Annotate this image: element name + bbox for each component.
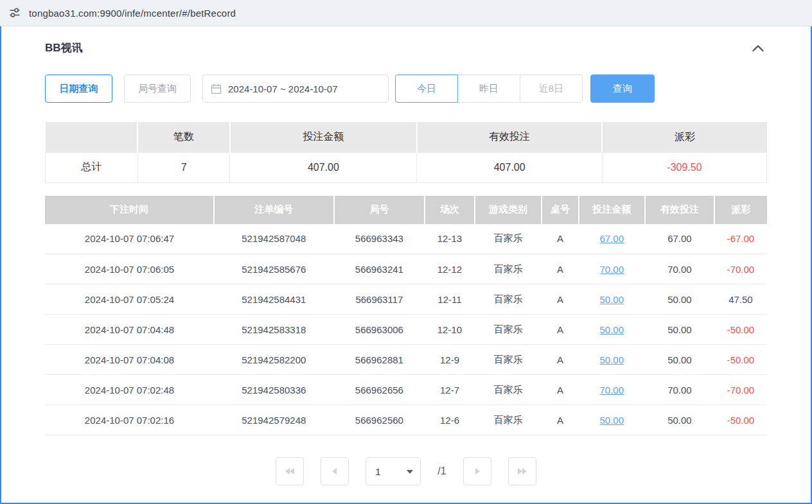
prev-page-button[interactable] — [321, 457, 349, 485]
bet-amount-link[interactable]: 50.00 — [600, 324, 624, 335]
bet-amount-link[interactable]: 50.00 — [600, 415, 624, 426]
cell-round-no: 566962656 — [334, 375, 425, 405]
cell-game-type: 百家乐 — [475, 345, 542, 375]
cell-valid-bet: 50.00 — [645, 284, 714, 315]
bet-amount-link[interactable]: 70.00 — [600, 385, 624, 395]
cell-bet-amount: 50.00 — [579, 405, 645, 435]
range-today-button[interactable]: 今日 — [395, 74, 458, 103]
cell-session: 12-11 — [425, 284, 475, 315]
col-header-round-no: 局号 — [334, 196, 425, 224]
cell-order-no: 521942584431 — [214, 284, 334, 315]
summary-total-row: 总计 7 407.00 407.00 -309.50 — [46, 152, 767, 182]
range-yesterday-button[interactable]: 昨日 — [457, 74, 520, 103]
table-row: 2024-10-07 07:02:16521942579248566962560… — [45, 405, 767, 435]
cell-table-no: A — [542, 315, 578, 345]
round-query-tab-button[interactable]: 局号查询 — [124, 74, 191, 103]
summary-count-value: 7 — [137, 152, 230, 182]
quick-range-group: 今日 昨日 近8日 — [395, 74, 583, 103]
date-range-value: 2024-10-07 ~ 2024-10-07 — [228, 83, 338, 94]
cell-round-no: 566963343 — [334, 224, 425, 254]
summary-col-payout: 派彩 — [602, 122, 766, 152]
cell-session: 12-6 — [425, 405, 475, 435]
summary-bet-amount-value: 407.00 — [230, 152, 417, 182]
chevron-up-icon — [752, 44, 764, 54]
cell-round-no: 566962560 — [334, 405, 425, 435]
cell-payout: -70.00 — [714, 375, 767, 405]
cell-order-no: 521942587048 — [214, 224, 334, 254]
summary-col-valid-bet: 有效投注 — [417, 122, 603, 152]
col-header-payout: 派彩 — [714, 196, 767, 224]
cell-order-no: 521942582200 — [214, 345, 334, 375]
filter-toolbar: 日期查询 局号查询 2024-10-07 ~ 2024-10-07 今日 昨日 … — [45, 74, 767, 103]
cell-session: 12-7 — [425, 375, 475, 405]
page-select[interactable]: 1 — [366, 457, 421, 485]
cell-game-type: 百家乐 — [475, 375, 542, 405]
collapse-panel-button[interactable] — [749, 42, 767, 55]
bet-record-table: 下注时间 注单编号 局号 场次 游戏类别 桌号 投注金额 有效投注 派彩 202… — [45, 196, 767, 436]
pagination: 1 /1 — [45, 457, 767, 502]
last-page-icon — [516, 466, 529, 476]
bet-amount-link[interactable]: 70.00 — [600, 264, 624, 275]
page-title: BB视讯 — [45, 40, 83, 55]
date-range-input[interactable]: 2024-10-07 ~ 2024-10-07 — [202, 74, 389, 103]
next-page-button[interactable] — [463, 457, 491, 485]
col-header-table-no: 桌号 — [542, 196, 578, 224]
cell-payout: 47.50 — [714, 284, 767, 315]
cell-order-no: 521942583318 — [214, 315, 334, 345]
calendar-icon — [211, 83, 222, 94]
summary-header-row: 笔数 投注金额 有效投注 派彩 — [46, 122, 767, 152]
cell-order-no: 521942585676 — [214, 254, 334, 284]
table-row: 2024-10-07 07:05:24521942584431566963117… — [45, 284, 767, 315]
total-pages-label: /1 — [437, 465, 446, 477]
cell-bet-amount: 70.00 — [579, 254, 645, 284]
cell-bet-time: 2024-10-07 07:04:48 — [45, 315, 214, 345]
summary-valid-bet-value: 407.00 — [417, 152, 603, 182]
cell-table-no: A — [542, 254, 578, 284]
search-button[interactable]: 查询 — [590, 74, 655, 103]
first-page-button[interactable] — [276, 457, 304, 485]
cell-bet-amount: 50.00 — [579, 284, 645, 315]
cell-table-no: A — [542, 345, 578, 375]
cell-game-type: 百家乐 — [475, 315, 542, 345]
bet-amount-link[interactable]: 50.00 — [600, 294, 624, 305]
cell-bet-time: 2024-10-07 07:04:08 — [45, 345, 214, 375]
cell-payout: -70.00 — [714, 254, 767, 284]
cell-game-type: 百家乐 — [475, 224, 542, 254]
last-page-button[interactable] — [508, 457, 536, 485]
table-row: 2024-10-07 07:04:08521942582200566962881… — [45, 345, 767, 375]
cell-payout: -50.00 — [714, 405, 767, 435]
table-row: 2024-10-07 07:02:48521942580336566962656… — [45, 375, 767, 405]
cell-round-no: 566963006 — [334, 315, 425, 345]
cell-bet-time: 2024-10-07 07:06:05 — [45, 254, 214, 284]
cell-round-no: 566963241 — [334, 254, 425, 284]
bet-amount-link[interactable]: 67.00 — [600, 233, 624, 244]
summary-col-bet-amount: 投注金额 — [230, 122, 417, 152]
cell-table-no: A — [542, 375, 578, 405]
cell-bet-time: 2024-10-07 07:02:48 — [45, 375, 214, 405]
address-bar: tongbao31.com:9900/infe/mcenter/#/betRec… — [0, 0, 812, 26]
col-header-session: 场次 — [425, 196, 475, 224]
date-query-tab-button[interactable]: 日期查询 — [45, 74, 112, 103]
bet-record-page: BB视讯 日期查询 局号查询 2024-10-07 ~ 2024-10-07 — [0, 26, 812, 504]
bet-amount-link[interactable]: 50.00 — [600, 354, 624, 365]
site-settings-icon[interactable] — [9, 7, 21, 19]
cell-bet-time: 2024-10-07 07:02:16 — [45, 405, 214, 435]
range-last8days-button[interactable]: 近8日 — [520, 74, 583, 103]
cell-session: 12-12 — [425, 254, 475, 284]
col-header-valid-bet: 有效投注 — [645, 196, 714, 224]
bet-table-body: 2024-10-07 07:06:47521942587048566963343… — [45, 224, 767, 435]
cell-game-type: 百家乐 — [475, 254, 542, 284]
cell-bet-time: 2024-10-07 07:06:47 — [45, 224, 214, 254]
col-header-bet-time: 下注时间 — [45, 196, 214, 224]
cell-order-no: 521942580336 — [214, 375, 334, 405]
table-row: 2024-10-07 07:04:48521942583318566963006… — [45, 315, 767, 345]
cell-valid-bet: 70.00 — [645, 254, 714, 284]
summary-col-count: 笔数 — [137, 122, 230, 152]
summary-payout-value: -309.50 — [602, 152, 766, 182]
address-bar-url[interactable]: tongbao31.com:9900/infe/mcenter/#/betRec… — [29, 8, 236, 19]
cell-round-no: 566963117 — [334, 284, 425, 315]
cell-order-no: 521942579248 — [214, 405, 334, 435]
bet-table-header-row: 下注时间 注单编号 局号 场次 游戏类别 桌号 投注金额 有效投注 派彩 — [45, 196, 767, 224]
cell-valid-bet: 50.00 — [645, 315, 714, 345]
cell-bet-amount: 67.00 — [579, 224, 645, 254]
